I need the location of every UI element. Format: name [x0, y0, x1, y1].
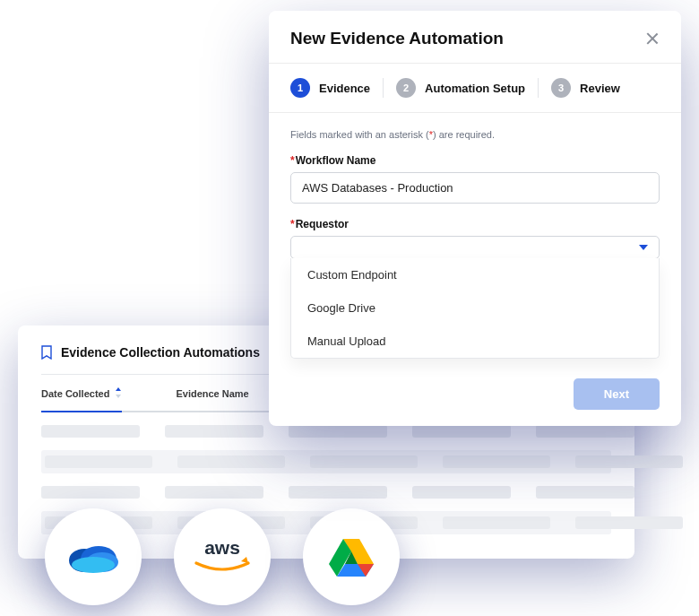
new-evidence-automation-modal: New Evidence Automation 1 Evidence 2 Aut…: [269, 11, 681, 426]
step-automation-setup[interactable]: 2 Automation Setup: [384, 78, 538, 98]
required-asterisk: *: [290, 154, 295, 167]
next-button[interactable]: Next: [574, 378, 660, 410]
aws-badge: aws: [174, 508, 271, 605]
step-review[interactable]: 3 Review: [539, 78, 620, 98]
chevron-down-icon: [639, 245, 648, 250]
requestor-select[interactable]: [290, 236, 660, 259]
step-number: 1: [290, 78, 310, 98]
step-label: Evidence: [319, 82, 370, 95]
step-number: 2: [396, 78, 416, 98]
onedrive-badge: [45, 508, 142, 605]
table-row: [41, 486, 611, 499]
google-drive-icon: [327, 535, 375, 578]
modal-title: New Evidence Automation: [290, 29, 504, 48]
step-evidence[interactable]: 1 Evidence: [290, 78, 383, 98]
modal-footer: Next: [269, 364, 681, 410]
bookmark-icon: [41, 345, 52, 360]
column-date-collected[interactable]: Date Collected: [41, 387, 122, 412]
svg-text:aws: aws: [204, 537, 240, 558]
table-row: [41, 450, 611, 473]
workflow-name-input[interactable]: [290, 172, 660, 204]
column-evidence-name[interactable]: Evidence Name: [176, 387, 248, 400]
close-icon[interactable]: [645, 31, 660, 46]
requestor-dropdown: Custom Endpoint Google Drive Manual Uplo…: [290, 258, 660, 359]
step-label: Automation Setup: [425, 82, 525, 95]
table-row: [41, 425, 611, 438]
requestor-label: *Requestor: [290, 218, 660, 230]
hint-text: ) are required.: [433, 129, 495, 140]
sort-icon[interactable]: [115, 387, 122, 400]
step-number: 3: [551, 78, 571, 98]
step-label: Review: [580, 82, 620, 95]
google-drive-badge: [303, 508, 400, 605]
required-hint: Fields marked with an asterisk (*) are r…: [290, 129, 660, 140]
option-manual-upload[interactable]: Manual Upload: [291, 325, 659, 358]
onedrive-icon: [66, 539, 120, 575]
required-asterisk: *: [290, 218, 295, 230]
workflow-name-label: *Workflow Name: [290, 154, 660, 167]
option-custom-endpoint[interactable]: Custom Endpoint: [291, 258, 659, 291]
stepper: 1 Evidence 2 Automation Setup 3 Review: [269, 64, 681, 113]
label-text: Workflow Name: [296, 154, 376, 167]
integration-badges: aws: [45, 508, 400, 605]
svg-point-3: [72, 557, 115, 573]
card-title: Evidence Collection Automations: [61, 345, 260, 360]
label-text: Requestor: [296, 218, 349, 230]
modal-header: New Evidence Automation: [269, 11, 681, 64]
hint-text: Fields marked with an asterisk (: [290, 129, 429, 140]
modal-body: Fields marked with an asterisk (*) are r…: [269, 113, 681, 364]
option-google-drive[interactable]: Google Drive: [291, 291, 659, 325]
column-label: Evidence Name: [176, 388, 248, 399]
column-label: Date Collected: [41, 388, 109, 399]
aws-icon: aws: [189, 536, 255, 577]
